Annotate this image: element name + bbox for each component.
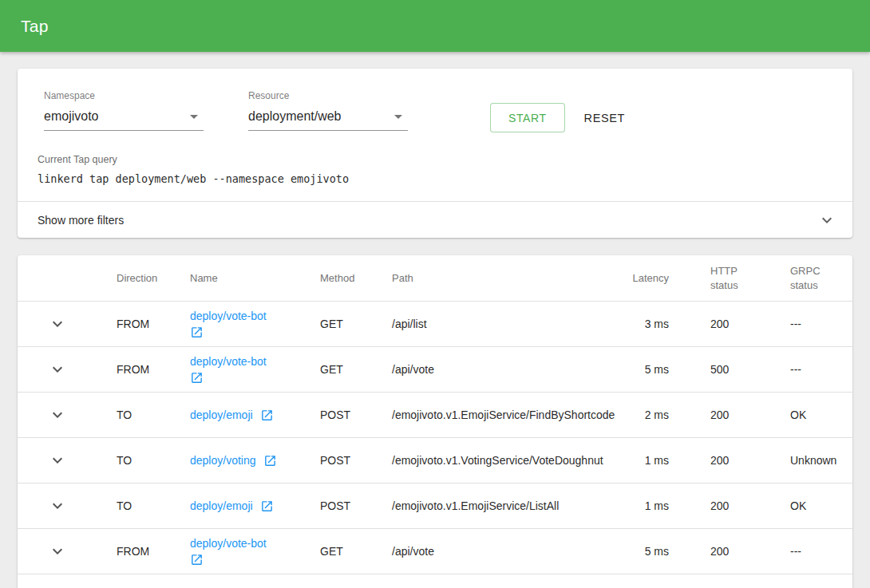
resource-link[interactable]: deploy/vote-bot: [190, 310, 267, 322]
table-header-row: Direction Name Method Path Latency HTTP …: [18, 255, 852, 302]
resource-link[interactable]: deploy/vote-bot: [190, 355, 267, 368]
path-cell: /api/vote: [373, 363, 600, 376]
http-status-cell: 200: [672, 454, 768, 467]
method-cell: POST: [301, 499, 373, 512]
direction-cell: FROM: [97, 318, 171, 330]
resource-select[interactable]: deployment/web: [248, 107, 408, 131]
resource-select-group: Resource deployment/web: [248, 90, 408, 131]
header-direction: Direction: [97, 272, 171, 284]
selects-row: Namespace emojivoto Resource deployment/…: [44, 90, 833, 132]
table-row: FROM deploy/vote-bot GET /api/list 3 ms …: [18, 302, 852, 347]
latency-cell: 2 ms: [600, 408, 672, 421]
namespace-value: emojivoto: [44, 109, 98, 124]
latency-cell: 5 ms: [600, 545, 672, 558]
name-cell: deploy/vote-bot: [171, 355, 301, 385]
name-cell: deploy/voting: [171, 454, 301, 468]
query-label: Current Tap query: [38, 154, 833, 165]
name-cell: deploy/vote-bot: [171, 537, 301, 566]
open-in-new-icon[interactable]: [263, 454, 277, 468]
name-cell: deploy/emoji: [171, 499, 301, 513]
expand-row-button[interactable]: [48, 542, 67, 561]
filters-body: Namespace emojivoto Resource deployment/…: [18, 69, 852, 201]
grpc-status-cell: ---: [768, 363, 852, 376]
expand-row-button[interactable]: [48, 360, 67, 379]
start-button[interactable]: START: [490, 103, 565, 132]
query-command: linkerd tap deployment/web --namespace e…: [38, 172, 833, 185]
direction-cell: FROM: [97, 363, 171, 376]
expand-row-button[interactable]: [48, 405, 67, 424]
header-method: Method: [301, 272, 373, 284]
resource-link[interactable]: deploy/vote-bot: [190, 537, 267, 550]
latency-cell: 1 ms: [600, 454, 672, 467]
name-cell: deploy/vote-bot: [171, 310, 301, 339]
path-cell: /emojivoto.v1.EmojiService/FindByShortco…: [373, 408, 600, 421]
http-status-cell: 200: [672, 318, 768, 330]
dropdown-arrow-icon: [184, 107, 204, 126]
direction-cell: TO: [97, 499, 171, 512]
namespace-label: Namespace: [44, 90, 204, 101]
resource-link[interactable]: deploy/emoji: [190, 499, 253, 512]
direction-cell: TO: [97, 408, 171, 421]
http-status-cell: 200: [672, 408, 768, 421]
path-cell: /api/vote: [373, 545, 600, 558]
http-status-cell: 200: [672, 545, 768, 558]
grpc-status-cell: Unknown: [768, 454, 852, 467]
grpc-status-cell: ---: [768, 318, 852, 330]
table-row: TO deploy/emoji POST /emojivoto.v1.Emoji…: [18, 483, 852, 529]
path-cell: /emojivoto.v1.VotingService/VoteDoughnut: [373, 454, 600, 467]
dropdown-arrow-icon: [389, 107, 408, 126]
header-latency: Latency: [600, 272, 672, 284]
header-name: Name: [171, 272, 301, 284]
table-row: FROM deploy/vote-bot GET /api/vote 5 ms …: [18, 529, 852, 574]
table-row: TO deploy/emoji POST /emojivoto.v1.Emoji…: [18, 393, 852, 438]
open-in-new-icon[interactable]: [190, 553, 204, 566]
path-cell: /emojivoto.v1.EmojiService/ListAll: [373, 499, 600, 512]
method-cell: GET: [301, 545, 373, 558]
resource-label: Resource: [248, 90, 408, 101]
open-in-new-icon[interactable]: [260, 408, 274, 422]
reset-button[interactable]: RESET: [573, 103, 636, 132]
latency-cell: 1 ms: [600, 499, 672, 512]
open-in-new-icon[interactable]: [260, 499, 274, 513]
show-more-filters-toggle[interactable]: Show more filters: [18, 201, 852, 238]
method-cell: GET: [301, 318, 373, 330]
resource-link[interactable]: deploy/emoji: [190, 408, 253, 421]
app-bar: Tap: [0, 0, 870, 52]
tap-filters-card: Namespace emojivoto Resource deployment/…: [18, 69, 852, 238]
direction-cell: TO: [97, 454, 171, 467]
tap-results-table: Direction Name Method Path Latency HTTP …: [18, 255, 852, 588]
direction-cell: FROM: [97, 545, 171, 558]
header-http-status: HTTP status: [672, 264, 768, 292]
namespace-select[interactable]: emojivoto: [44, 107, 204, 131]
buttons-row: START RESET: [490, 103, 636, 132]
path-cell: /api/list: [373, 318, 600, 330]
grpc-status-cell: OK: [768, 499, 852, 512]
grpc-status-cell: OK: [768, 408, 852, 421]
namespace-select-group: Namespace emojivoto: [44, 90, 204, 131]
name-cell: deploy/emoji: [171, 408, 301, 422]
open-in-new-icon[interactable]: [190, 371, 204, 385]
table-row: TO deploy/voting POST /emojivoto.v1.Voti…: [18, 438, 852, 483]
header-grpc-status: GRPC status: [768, 264, 852, 292]
expand-row-button[interactable]: [48, 314, 67, 333]
resource-link[interactable]: deploy/voting: [190, 454, 256, 467]
http-status-cell: 500: [672, 363, 768, 376]
method-cell: POST: [301, 408, 373, 421]
resource-value: deployment/web: [248, 109, 342, 124]
page-title: Tap: [21, 17, 49, 36]
latency-cell: 3 ms: [600, 318, 672, 330]
table-row: FROM deploy/vote-bot GET /api/vote 5 ms …: [18, 347, 852, 393]
chevron-down-icon[interactable]: [817, 211, 836, 230]
page-content: Namespace emojivoto Resource deployment/…: [0, 52, 870, 588]
show-more-filters-label: Show more filters: [38, 214, 124, 227]
expand-row-button[interactable]: [48, 496, 67, 515]
current-tap-query: Current Tap query linkerd tap deployment…: [38, 154, 833, 185]
grpc-status-cell: ---: [768, 545, 852, 558]
expand-row-button[interactable]: [48, 451, 67, 470]
method-cell: POST: [301, 454, 373, 467]
header-path: Path: [373, 272, 600, 284]
open-in-new-icon[interactable]: [190, 326, 204, 339]
latency-cell: 5 ms: [600, 363, 672, 376]
method-cell: GET: [301, 363, 373, 376]
http-status-cell: 200: [672, 499, 768, 512]
